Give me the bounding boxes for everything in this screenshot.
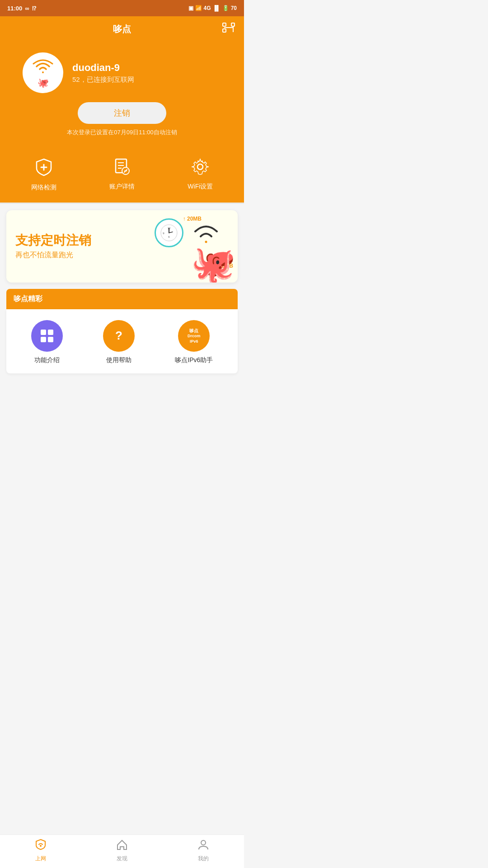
battery-level: 70 — [231, 5, 237, 11]
wifi-icon: 📶 — [195, 5, 202, 11]
app-header: 哆点 — [0, 16, 244, 42]
promo-banner[interactable]: 支持定时注销 再也不怕流量跑光 ↑ 20MB ↑ 15MB 12 6 9 🐙 — [6, 210, 238, 283]
help-label: 使用帮助 — [106, 356, 131, 364]
feature-intro[interactable]: 功能介绍 — [31, 320, 63, 364]
banner-text: 支持定时注销 再也不怕流量跑光 — [15, 233, 229, 260]
intro-label: 功能介绍 — [34, 356, 60, 364]
svg-rect-23 — [41, 337, 46, 342]
status-right: ▣ 📶 4G ▐▌ 🔋 70 — [188, 5, 237, 11]
svg-rect-22 — [48, 330, 53, 335]
ssid-text: duodian-9 — [72, 62, 134, 74]
settings-icon — [192, 158, 209, 179]
banner-subtitle-highlight: 流量跑光 — [44, 251, 73, 259]
signal-4g: 4G — [204, 5, 211, 11]
logout-button[interactable]: 注销 — [78, 102, 166, 124]
charge-icon: ⁉ — [32, 5, 37, 12]
battery-icon: 🔋 — [222, 5, 229, 11]
loop-icon: ∞ — [25, 5, 29, 12]
shield-check-icon — [36, 158, 52, 180]
svg-rect-2 — [223, 29, 226, 32]
time-display: 11:00 — [7, 5, 22, 12]
account-detail-icon — [114, 158, 130, 179]
connection-status: 52，已连接到互联网 — [72, 75, 134, 84]
wifi-avatar: 🐙 — [23, 52, 63, 93]
hero-top: 🐙 duodian-9 52，已连接到互联网 — [9, 52, 235, 93]
svg-point-14 — [197, 164, 203, 170]
mascot-small: 🐙 — [38, 78, 49, 87]
ipv6-icon: 哆点 Drcom IPv6 — [178, 320, 210, 352]
account-detail-label: 账户详情 — [109, 183, 135, 191]
svg-rect-24 — [48, 337, 53, 342]
quick-actions: 网络检测 账户详情 WiFi设置 — [0, 149, 244, 204]
feature-grid: 功能介绍 ? 使用帮助 哆点 Drcom IPv6 哆点IPv6助手 — [6, 309, 238, 373]
feature-help[interactable]: ? 使用帮助 — [103, 320, 135, 364]
network-check-label: 网络检测 — [31, 184, 56, 192]
account-detail-action[interactable]: 账户详情 — [109, 158, 135, 192]
svg-text:?: ? — [115, 329, 122, 342]
auto-logout-text: 本次登录已设置在07月09日11:00自动注销 — [67, 128, 177, 137]
wifi-signal-icon — [32, 59, 54, 77]
svg-rect-21 — [41, 330, 46, 335]
hero-section: 🐙 duodian-9 52，已连接到互联网 注销 本次登录已设置在07月09日… — [0, 42, 244, 149]
banner-title: 支持定时注销 — [15, 233, 229, 248]
wifi-settings-label: WiFi设置 — [188, 183, 213, 191]
duodian-section-header: 哆点精彩 — [6, 289, 238, 309]
svg-rect-1 — [231, 23, 235, 26]
hero-info: duodian-9 52，已连接到互联网 — [72, 62, 134, 84]
network-check-action[interactable]: 网络检测 — [31, 158, 56, 192]
wifi-settings-action[interactable]: WiFi设置 — [188, 158, 213, 192]
banner-subtitle: 再也不怕流量跑光 — [15, 250, 229, 260]
section-title: 哆点精彩 — [14, 295, 42, 302]
status-left: 11:00 ∞ ⁉ — [7, 5, 37, 12]
feature-ipv6[interactable]: 哆点 Drcom IPv6 哆点IPv6助手 — [175, 320, 213, 364]
sim-icon: ▣ — [188, 5, 193, 11]
status-bar: 11:00 ∞ ⁉ ▣ 📶 4G ▐▌ 🔋 70 — [0, 0, 244, 16]
app-title: 哆点 — [113, 23, 131, 35]
svg-rect-0 — [223, 23, 226, 26]
help-icon: ? — [103, 320, 135, 352]
banner-subtitle-plain: 再也不怕 — [15, 251, 44, 259]
intro-icon — [31, 320, 63, 352]
scan-button[interactable] — [222, 23, 235, 35]
signal-bars: ▐▌ — [213, 5, 221, 11]
ipv6-label: 哆点IPv6助手 — [175, 356, 213, 364]
